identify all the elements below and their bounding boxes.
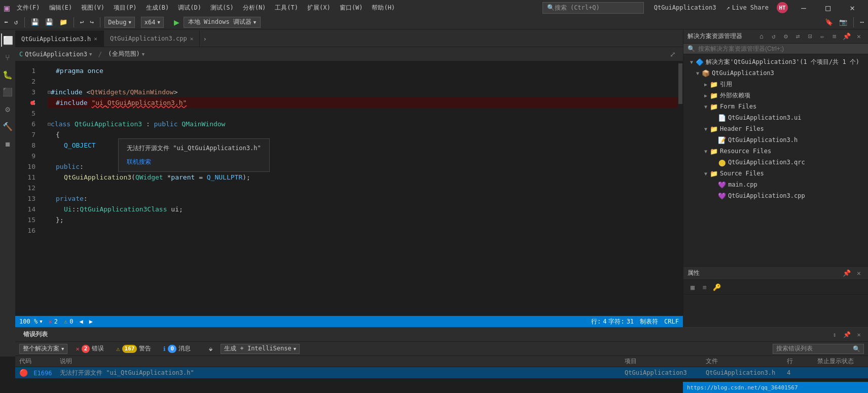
toolbar-save-all[interactable]: 💾	[43, 17, 55, 27]
run-button[interactable]: ▶	[172, 17, 182, 27]
activity-git[interactable]: ⑂	[1, 51, 14, 64]
col-header-desc[interactable]: 说明	[58, 357, 623, 366]
menu-project[interactable]: 项目(P)	[110, 3, 141, 13]
error-filter-errors[interactable]: ✕ 2 错误	[71, 344, 108, 354]
source-arrow-icon[interactable]: ▼	[702, 169, 710, 177]
activity-extensions[interactable]: ⬛	[1, 85, 14, 98]
status-zoom[interactable]: 100 % ▼	[19, 318, 43, 325]
error-panel-close-btn[interactable]: ✕	[854, 330, 864, 340]
se-more-btn[interactable]: ≡	[829, 31, 840, 42]
tree-external-deps[interactable]: ▶ 📁 外部依赖项	[683, 90, 868, 101]
class-selector[interactable]: C QtGuiApplication3 ▼	[19, 51, 92, 58]
run-config-label[interactable]: 本地 Windows 调试器 ▼	[184, 17, 261, 28]
tab-header-file[interactable]: QtGuiApplication3.h ✕	[15, 30, 104, 47]
tree-app-cpp[interactable]: 💜 QtGuiApplication3.cpp	[683, 190, 868, 201]
menu-build[interactable]: 生成(B)	[142, 3, 173, 13]
status-nav-left[interactable]: ◀	[79, 318, 83, 325]
tree-ui-file[interactable]: 📄 QtGuiApplication3.ui	[683, 112, 868, 123]
menu-view[interactable]: 视图(V)	[77, 3, 108, 13]
tree-project[interactable]: ▼ 📦 QtGuiApplication3	[683, 67, 868, 79]
col-header-project[interactable]: 项目	[623, 357, 704, 366]
se-refresh-btn[interactable]: ↺	[769, 31, 779, 42]
tree-qrc-file[interactable]: ⬤ QtGuiApplication3.qrc	[683, 157, 868, 168]
split-editor-btn[interactable]: ⤢	[667, 48, 679, 60]
form-arrow-icon[interactable]: ▼	[702, 102, 710, 111]
toolbar-redo[interactable]: ↪	[88, 17, 96, 27]
menu-extensions[interactable]: 扩展(X)	[303, 3, 335, 13]
menu-edit[interactable]: 编辑(E)	[45, 3, 77, 13]
se-settings-btn[interactable]: ⚙	[781, 31, 791, 42]
tooltip-link[interactable]: 联机搜索	[127, 157, 261, 167]
se-home-btn[interactable]: ⌂	[756, 31, 767, 42]
col-header-suppress[interactable]: 禁止显示状态	[815, 357, 866, 366]
se-sync-btn[interactable]: ⇄	[793, 31, 803, 42]
debug-config-dropdown[interactable]: Debug ▼	[104, 17, 135, 28]
tree-solution-root[interactable]: ▼ 🔷 解决方案'QtGuiApplication3'(1 个项目/共 1 个)	[683, 56, 868, 67]
live-share-button[interactable]: ↗ Live Share	[727, 4, 769, 11]
tab-close-cpp[interactable]: ✕	[190, 35, 194, 42]
tree-resource-files-folder[interactable]: ▼ 📁 Resource Files	[683, 146, 868, 157]
tree-source-files-folder[interactable]: ▼ 📁 Source Files	[683, 168, 868, 179]
activity-build[interactable]: 🔨	[1, 120, 14, 133]
editor-scrollbar[interactable]	[678, 61, 683, 327]
activity-unknown[interactable]: ◼	[1, 137, 14, 150]
code-content[interactable]: #pragma once ⊟ #include <QtWidgets/QMain…	[40, 61, 678, 327]
tree-references[interactable]: ▶ 📁 引用	[683, 79, 868, 90]
status-warnings[interactable]: ⚠ 0	[64, 318, 73, 325]
url-bar[interactable]: https://blog.csdn.net/qq_36401567	[683, 382, 868, 393]
error-scope-dropdown[interactable]: 整个解决方案 ▼	[19, 344, 67, 354]
status-nav-right[interactable]: ▶	[89, 318, 93, 325]
tree-form-files-folder[interactable]: ▼ 📁 Form Files	[683, 101, 868, 112]
props-grid-icon[interactable]: ▦	[688, 282, 698, 292]
error-list-tab-title[interactable]: 错误列表	[19, 330, 52, 339]
menu-test[interactable]: 测试(S)	[206, 3, 238, 13]
error-row-1[interactable]: 🔴 E1696 无法打开源文件 "ui_QtGuiApplication3.h"…	[15, 367, 868, 378]
menu-tools[interactable]: 工具(T)	[271, 3, 302, 13]
code-editor[interactable]: 1 2 3 4 5 6 7 8 9 10 11 12 13 14 15 16	[15, 61, 683, 327]
toolbar-undo[interactable]: ↩	[78, 17, 86, 27]
tree-h-file[interactable]: 📝 QtGuiApplication3.h	[683, 134, 868, 146]
status-errors[interactable]: ✕ 2	[49, 318, 58, 325]
tab-close-header[interactable]: ✕	[94, 35, 97, 42]
toolbar-save[interactable]: 💾	[29, 17, 41, 27]
message-filter-messages[interactable]: ℹ 0 消息	[159, 344, 195, 354]
se-search-bar[interactable]: 🔍	[683, 44, 868, 54]
se-search-input[interactable]	[698, 45, 864, 52]
toolbar-refresh[interactable]: ↺	[12, 17, 20, 27]
menu-analyze[interactable]: 分析(N)	[239, 3, 270, 13]
activity-settings[interactable]: ⚙	[1, 102, 14, 116]
error-panel-move-btn[interactable]: ↕	[829, 330, 840, 340]
scope-selector[interactable]: (全局范围) ▼	[108, 50, 144, 58]
filter-toggle-icon[interactable]: ⬙	[205, 344, 216, 354]
props-close-btn[interactable]: ✕	[854, 268, 864, 278]
props-key-icon[interactable]: 🔑	[712, 282, 722, 292]
menu-file[interactable]: 文件(F)	[13, 3, 44, 13]
error-search-box[interactable]: 搜索错误列表 🔍	[773, 344, 864, 354]
build-filter-dropdown[interactable]: 生成 + IntelliSense ▼	[221, 344, 300, 354]
minimize-button[interactable]: —	[792, 0, 815, 15]
toolbar-camera[interactable]: 📷	[837, 17, 849, 27]
activity-debug[interactable]: 🐛	[1, 68, 14, 81]
ext-arrow-icon[interactable]: ▶	[702, 91, 710, 99]
tree-main-cpp[interactable]: 💜 main.cpp	[683, 179, 868, 190]
se-edit-btn[interactable]: ✏	[817, 31, 827, 42]
solution-collapse-icon[interactable]: ▼	[688, 58, 696, 66]
ref-arrow-icon[interactable]: ▶	[702, 80, 710, 88]
col-header-line[interactable]: 行	[785, 357, 815, 366]
activity-explorer[interactable]: ⬜	[1, 33, 14, 47]
error-panel-pin-btn[interactable]: 📌	[842, 330, 852, 340]
platform-dropdown[interactable]: x64 ▼	[141, 17, 164, 28]
toolbar-bookmark[interactable]: 🔖	[823, 17, 835, 27]
tab-scroll-right[interactable]: ›	[200, 30, 210, 47]
toolbar-file[interactable]: 📁	[57, 17, 69, 27]
maximize-button[interactable]: □	[816, 0, 840, 15]
close-button[interactable]: ✕	[841, 0, 864, 15]
tab-cpp-file[interactable]: QtGuiApplication3.cpp ✕	[104, 30, 200, 47]
toolbar-nav-back[interactable]: ⬅	[2, 17, 10, 27]
tree-header-files-folder[interactable]: ▼ 📁 Header Files	[683, 123, 868, 134]
scroll-thumb[interactable]	[678, 63, 682, 104]
menu-help[interactable]: 帮助(H)	[368, 3, 399, 13]
header-arrow-icon[interactable]: ▼	[702, 125, 710, 133]
se-close-btn[interactable]: ✕	[854, 31, 864, 42]
menu-debug[interactable]: 调试(D)	[174, 3, 205, 13]
